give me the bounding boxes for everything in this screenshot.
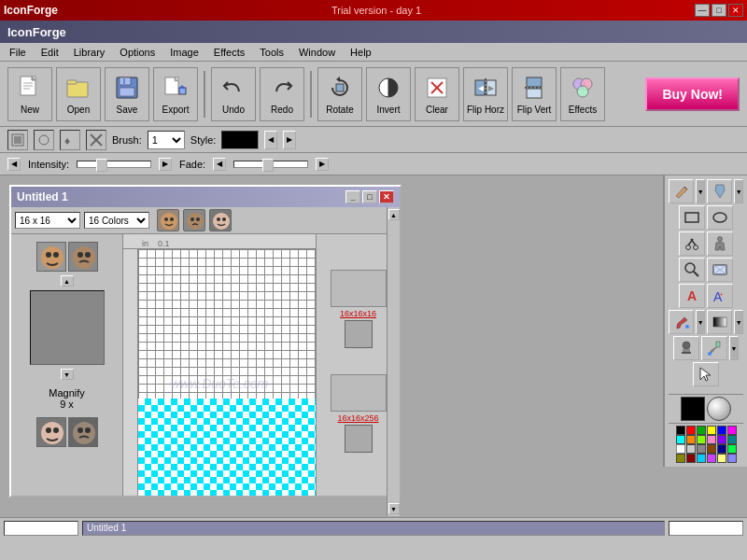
color-swatch-olive[interactable] [676,454,685,463]
checkerboard-area[interactable] [138,399,316,496]
style-preview[interactable] [221,131,259,149]
color-swatch-red[interactable] [686,426,696,435]
flip-horz-button[interactable]: ◀ ▶ Flip Horz [463,67,508,121]
menu-library[interactable]: Library [66,45,113,60]
fill-tool[interactable] [669,310,694,334]
menu-help[interactable]: Help [343,45,379,60]
draw-tool-1[interactable] [7,130,28,150]
effects2-tool[interactable]: A + [707,284,733,308]
invert-button[interactable]: Invert [366,67,411,121]
pixel-grid[interactable] [138,249,316,399]
color-swatch-lime[interactable] [697,435,706,444]
fill-dropdown[interactable]: ▼ [696,310,705,334]
draw-tool-3[interactable]: ♦ [60,130,80,150]
menu-file[interactable]: File [2,45,34,60]
color-swatch-gray[interactable] [697,444,706,454]
scroll-down-btn[interactable]: ▼ [61,369,74,380]
color-swatch-blue[interactable] [717,426,726,435]
color-swatch-navy[interactable] [717,444,726,454]
color-swatch-orange[interactable] [686,435,696,444]
pencil-dropdown[interactable]: ▼ [696,179,705,203]
color-swatch-black[interactable] [676,426,685,435]
menu-edit[interactable]: Edit [34,45,66,60]
save-button[interactable]: Save [105,67,149,121]
brush-select[interactable]: 123 [148,131,185,149]
color-swatch-ltyellow[interactable] [717,454,726,463]
menu-tools[interactable]: Tools [252,45,291,60]
color-swatch-violet[interactable] [707,454,716,463]
mask-tool[interactable] [707,258,733,282]
style-next-button[interactable]: ▶ [283,131,296,149]
color-swatch-teal[interactable] [727,435,737,444]
paint-dropdown[interactable]: ▼ [734,179,743,203]
redo-button[interactable]: Redo [260,67,304,121]
color-swatch-aqua[interactable] [697,454,706,463]
fade-left-arrow[interactable]: ◀ [213,158,226,171]
rotate-button[interactable]: Rotate [317,67,362,121]
flip-vert-button[interactable]: Flip Vert [512,67,557,121]
eyedropper-dropdown[interactable]: ▼ [729,336,739,360]
select-tool[interactable] [693,362,719,386]
intensity-right-arrow[interactable]: ▶ [159,158,172,171]
color-swatch-ltgray[interactable] [686,444,696,454]
rect-tool[interactable] [679,205,705,230]
person-tool[interactable] [707,231,733,256]
close-button[interactable]: ✕ [728,4,743,17]
maximize-button[interactable]: □ [712,4,726,17]
buy-now-button[interactable]: Buy Now! [645,77,740,111]
eyedropper-tool[interactable] [701,336,727,360]
color-swatch-ltblue[interactable] [727,454,737,463]
effects-button[interactable]: Effects [560,67,605,121]
open-button[interactable]: Open [56,67,101,121]
scissors-tool[interactable] [679,231,705,256]
color-swatch-green[interactable] [697,426,706,435]
undo-button[interactable]: Undo [211,67,256,121]
intensity-thumb[interactable] [96,159,107,172]
pencil-tool[interactable] [669,179,694,203]
clear-button[interactable]: Clear [415,67,459,121]
color-swatch-brown[interactable] [707,444,716,454]
paint-tool[interactable] [707,179,732,203]
doc-maximize-button[interactable]: □ [362,190,377,203]
tool-row-6: ▼ ▼ [669,310,743,334]
scroll-arrows-up: ▲ [61,275,74,287]
draw-tool-4[interactable] [86,130,106,150]
doc-minimize-button[interactable]: _ [345,190,360,203]
magnify-tool[interactable] [679,258,705,282]
size-select[interactable]: 16 x 1632 x 3248 x 48 [15,212,80,229]
intensity-slider[interactable] [77,161,151,168]
minimize-button[interactable]: — [695,4,710,17]
ellipse-tool[interactable] [707,205,733,230]
intensity-left-arrow[interactable]: ◀ [7,158,21,171]
color-swatch-yellow[interactable] [707,426,716,435]
color-swatch-white[interactable] [676,444,685,454]
menu-window[interactable]: Window [291,45,343,60]
fade-thumb[interactable] [262,159,274,172]
foreground-color[interactable] [681,397,705,421]
style-prev-button[interactable]: ◀ [264,131,277,149]
gradient-tool[interactable] [707,310,732,334]
fade-right-arrow[interactable]: ▶ [316,158,329,171]
doc-close-button[interactable]: ✕ [379,190,394,203]
color-swatch-magenta[interactable] [727,426,737,435]
draw-tool-2[interactable] [34,130,54,150]
fade-slider[interactable] [233,161,308,168]
new-button[interactable]: New [7,67,52,121]
scroll-up-btn[interactable]: ▲ [61,275,74,287]
color-swatch-pink[interactable] [707,435,716,444]
text-tool[interactable]: A [679,284,705,308]
canvas-area[interactable]: www.DuoTe.com [123,249,316,496]
colors-select[interactable]: 16 Colors256 ColorsTrue Color [84,212,149,229]
gradient-dropdown[interactable]: ▼ [734,310,743,334]
color-ball[interactable] [707,397,731,421]
color-swatch-cyan[interactable] [676,435,685,444]
menu-image[interactable]: Image [162,45,206,60]
menu-effects[interactable]: Effects [206,45,252,60]
v-scrollbar[interactable]: ▲ ▼ [387,234,400,496]
color-swatch-brightgreen[interactable] [727,444,737,454]
menu-options[interactable]: Options [112,45,162,60]
stamp-tool[interactable] [673,336,699,360]
color-swatch-purple[interactable] [717,435,726,444]
export-button[interactable]: Export [153,67,198,121]
color-swatch-maroon[interactable] [686,454,696,463]
